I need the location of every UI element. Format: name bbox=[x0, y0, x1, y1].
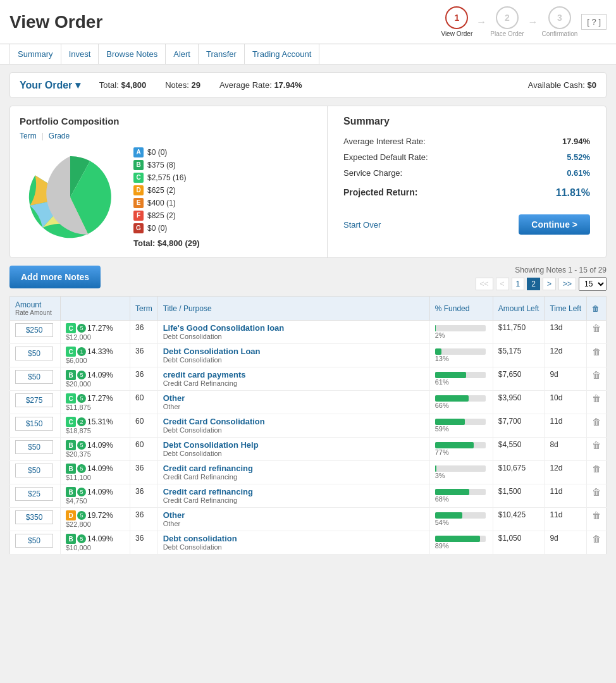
amount-input-9[interactable] bbox=[15, 534, 53, 548]
page-2-btn[interactable]: 2 bbox=[527, 278, 540, 290]
cell-delete-6[interactable]: 🗑 bbox=[587, 461, 607, 484]
amount-input-2[interactable] bbox=[15, 370, 53, 384]
delete-icon-9[interactable]: 🗑 bbox=[592, 534, 601, 544]
cell-delete-8[interactable]: 🗑 bbox=[587, 508, 607, 531]
cell-rate-1: C 1 14.33% $6,000 bbox=[61, 344, 130, 367]
amount-input-1[interactable] bbox=[15, 347, 53, 360]
cell-title-6: Credit card refinancing Credit Card Refi… bbox=[157, 461, 429, 484]
amount-input-7[interactable] bbox=[15, 487, 53, 501]
grade-f-badge: F bbox=[133, 211, 144, 221]
portfolio-term-link[interactable]: Term bbox=[20, 132, 37, 140]
delete-icon-5[interactable]: 🗑 bbox=[592, 440, 601, 450]
nav-invest[interactable]: Invest bbox=[61, 44, 99, 64]
cell-amount-0 bbox=[10, 321, 61, 344]
amount-input-4[interactable] bbox=[15, 417, 53, 431]
grade-b-badge: B bbox=[133, 160, 144, 170]
cell-funded-2: 61% bbox=[429, 367, 493, 391]
title-main-6[interactable]: Credit card refinancing bbox=[163, 464, 424, 473]
order-avg-rate: Average Rate: 17.94% bbox=[219, 80, 302, 90]
cell-amount-9 bbox=[10, 531, 61, 555]
delete-icon-2[interactable]: 🗑 bbox=[592, 370, 601, 380]
portfolio-grade-link[interactable]: Grade bbox=[49, 132, 70, 140]
title-main-5[interactable]: Debt Consolidation Help bbox=[163, 440, 424, 450]
delete-icon-3[interactable]: 🗑 bbox=[592, 393, 601, 403]
delete-icon-8[interactable]: 🗑 bbox=[592, 510, 601, 520]
cell-amt-left-0: $11,750 bbox=[493, 321, 545, 344]
your-order-title[interactable]: Your Order ▾ bbox=[20, 79, 80, 91]
pagination-area: Showing Notes 1 - 15 of 29 << < 1 2 > >>… bbox=[476, 266, 607, 291]
title-main-8[interactable]: Other bbox=[163, 510, 424, 520]
title-main-1[interactable]: Debt Consolidation Loan bbox=[163, 347, 424, 356]
cell-delete-2[interactable]: 🗑 bbox=[587, 367, 607, 391]
cell-title-0: Life's Good Consolidation loan Debt Cons… bbox=[157, 321, 429, 344]
page-next-btn[interactable]: > bbox=[543, 278, 556, 290]
title-main-0[interactable]: Life's Good Consolidation loan bbox=[163, 323, 424, 333]
nav-browse-notes[interactable]: Browse Notes bbox=[99, 44, 166, 64]
wizard-step-3: 3 Confirmation bbox=[542, 6, 578, 37]
nav-alert[interactable]: Alert bbox=[166, 44, 199, 64]
table-row: C 5 17.27% $11,875 60 Other Other 66% $3… bbox=[10, 391, 607, 414]
help-link[interactable]: [ ? ] bbox=[581, 14, 607, 30]
grade-badge-5: B bbox=[66, 440, 76, 450]
table-row: B 5 14.09% $10,000 36 Debt consolidation… bbox=[10, 531, 607, 555]
sub-badge-5: 5 bbox=[77, 441, 86, 450]
title-main-7[interactable]: Credit card refinancing bbox=[163, 487, 424, 496]
wizard-label-3: Confirmation bbox=[542, 30, 578, 37]
pct-label-6: 3% bbox=[435, 472, 488, 479]
continue-button[interactable]: Continue > bbox=[519, 214, 590, 235]
cell-delete-5[interactable]: 🗑 bbox=[587, 438, 607, 461]
progress-bar-6 bbox=[435, 465, 486, 472]
page-prev-btn[interactable]: < bbox=[496, 278, 509, 290]
nav-summary[interactable]: Summary bbox=[9, 44, 61, 64]
title-main-3[interactable]: Other bbox=[163, 393, 424, 403]
wizard-circle-1: 1 bbox=[445, 6, 468, 29]
summary-card: Summary Average Interest Rate: 17.94% Ex… bbox=[328, 106, 606, 257]
cell-rate-5: B 5 14.09% $20,375 bbox=[61, 438, 130, 461]
cell-delete-1[interactable]: 🗑 bbox=[587, 344, 607, 367]
amount-input-8[interactable] bbox=[15, 510, 53, 524]
cell-delete-3[interactable]: 🗑 bbox=[587, 391, 607, 414]
amount-input-6[interactable] bbox=[15, 464, 53, 477]
cell-amt-left-9: $1,050 bbox=[493, 531, 545, 555]
progress-bar-8 bbox=[435, 512, 486, 519]
wizard-label-2: Place Order bbox=[490, 30, 524, 37]
title-main-4[interactable]: Credit Card Consolidation bbox=[163, 417, 424, 426]
nav-transfer[interactable]: Transfer bbox=[199, 44, 245, 64]
grade-badge-1: C bbox=[66, 347, 76, 357]
cell-title-4: Credit Card Consolidation Debt Consolida… bbox=[157, 414, 429, 438]
cell-amt-left-6: $10,675 bbox=[493, 461, 545, 484]
delete-icon-6[interactable]: 🗑 bbox=[592, 464, 601, 474]
start-over-link[interactable]: Start Over bbox=[343, 220, 381, 230]
title-main-2[interactable]: credit card payments bbox=[163, 370, 424, 379]
page-first-btn[interactable]: << bbox=[476, 278, 493, 290]
cell-delete-0[interactable]: 🗑 bbox=[587, 321, 607, 344]
cell-amount-8 bbox=[10, 508, 61, 531]
amount-input-5[interactable] bbox=[15, 440, 53, 454]
amount-input-0[interactable] bbox=[15, 323, 53, 337]
title-main-9[interactable]: Debt consolidation bbox=[163, 534, 424, 543]
th-term[interactable]: Term bbox=[130, 297, 158, 321]
rate-0: 17.27% bbox=[87, 324, 113, 333]
page-1-btn[interactable]: 1 bbox=[512, 278, 525, 290]
delete-icon-7[interactable]: 🗑 bbox=[592, 487, 601, 497]
legend-G: G $0 (0) bbox=[133, 223, 200, 233]
delete-icon-0[interactable]: 🗑 bbox=[592, 323, 601, 333]
per-page-select[interactable]: 15 25 50 bbox=[579, 277, 607, 291]
page-last-btn[interactable]: >> bbox=[558, 278, 576, 290]
delete-icon-1[interactable]: 🗑 bbox=[592, 347, 601, 357]
th-amount: Amount Rate Amount bbox=[10, 297, 61, 321]
portfolio-body: A $0 (0) B $375 (8) C $2,575 (16) D $625… bbox=[20, 147, 317, 248]
cell-time-left-4: 11d bbox=[545, 414, 587, 438]
amount-input-3[interactable] bbox=[15, 393, 53, 407]
cards-row: Portfolio Composition Term | Grade bbox=[9, 106, 607, 258]
cell-rate-9: B 5 14.09% $10,000 bbox=[61, 531, 130, 555]
add-notes-button[interactable]: Add more Notes bbox=[9, 266, 101, 288]
table-row: B 5 14.09% $20,000 36 credit card paymen… bbox=[10, 367, 607, 391]
cell-delete-4[interactable]: 🗑 bbox=[587, 414, 607, 438]
nav-trading-account[interactable]: Trading Account bbox=[245, 44, 319, 64]
progress-bar-3 bbox=[435, 395, 486, 402]
delete-icon-4[interactable]: 🗑 bbox=[592, 417, 601, 427]
summary-actions: Start Over Continue > bbox=[343, 208, 590, 235]
cell-delete-9[interactable]: 🗑 bbox=[587, 531, 607, 555]
cell-delete-7[interactable]: 🗑 bbox=[587, 484, 607, 508]
